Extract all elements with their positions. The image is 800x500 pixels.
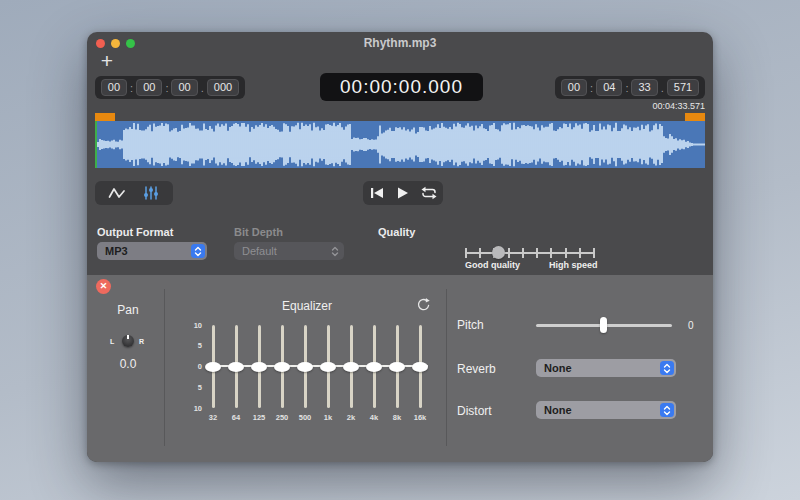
pitch-slider-knob[interactable] <box>600 317 607 333</box>
waveform-view[interactable] <box>95 113 705 168</box>
distort-label: Distort <box>457 404 492 418</box>
quality-tick <box>565 248 567 258</box>
equalizer-reset-button[interactable] <box>416 298 431 313</box>
titlebar[interactable]: Rhythm.mp3 <box>87 32 713 52</box>
app-window: Rhythm.mp3 + 00 : 00 : 00 . 000 00:00:00… <box>87 32 713 462</box>
waveform-view-button[interactable] <box>105 181 129 205</box>
eq-band-label: 16k <box>409 413 431 422</box>
pitch-label: Pitch <box>457 318 484 332</box>
eq-band-label: 1k <box>317 413 339 422</box>
eq-slider-knob[interactable] <box>412 362 428 372</box>
bit-depth-label: Bit Depth <box>234 226 283 238</box>
pan-left-label: L <box>110 338 114 345</box>
quality-tick <box>550 248 552 258</box>
quality-max-label: High speed <box>549 260 598 270</box>
eq-band-slider-500[interactable] <box>294 325 316 408</box>
panel-divider <box>164 289 165 446</box>
playback-controls <box>363 181 443 205</box>
eq-scale-label: 10 <box>188 404 202 413</box>
eq-scale-label: 5 <box>188 383 202 392</box>
eq-scale-label: 0 <box>188 362 202 371</box>
eq-band-label: 125 <box>248 413 270 422</box>
quality-slider[interactable] <box>465 246 595 259</box>
pitch-slider[interactable] <box>536 317 672 333</box>
eq-slider-knob[interactable] <box>366 362 382 372</box>
distort-dropdown[interactable]: None <box>536 401 676 419</box>
selection-start-time-field[interactable]: 00 : 00 : 00 . 000 <box>95 76 245 99</box>
eq-slider-knob[interactable] <box>297 362 313 372</box>
end-seconds-field[interactable]: 33 <box>631 79 657 96</box>
eq-slider-knob[interactable] <box>320 362 336 372</box>
eq-band-slider-2k[interactable] <box>340 325 362 408</box>
bit-depth-value: Default <box>242 242 277 260</box>
desktop-background: Rhythm.mp3 + 00 : 00 : 00 . 000 00:00:00… <box>0 0 800 500</box>
eq-band-slider-250[interactable] <box>271 325 293 408</box>
close-panel-button[interactable]: ✕ <box>96 279 111 294</box>
dropdown-stepper-icon <box>660 403 674 417</box>
add-file-button[interactable]: + <box>96 50 118 72</box>
loop-button[interactable] <box>417 181 441 205</box>
eq-band-label: 64 <box>225 413 247 422</box>
bit-depth-dropdown: Default <box>234 242 344 260</box>
eq-band-label: 4k <box>363 413 385 422</box>
eq-scale-label: 10 <box>188 321 202 330</box>
trim-start-handle[interactable] <box>95 113 115 121</box>
eq-slider-knob[interactable] <box>205 362 221 372</box>
eq-slider-knob[interactable] <box>343 362 359 372</box>
current-time-display: 00:00:00.000 <box>320 73 483 101</box>
equalizer-title: Equalizer <box>237 299 377 313</box>
eq-band-slider-8k[interactable] <box>386 325 408 408</box>
selection-end-time-field[interactable]: 00 : 04 : 33 . 571 <box>555 76 705 99</box>
start-hours-field[interactable]: 00 <box>101 79 127 96</box>
output-format-label: Output Format <box>97 226 173 238</box>
pan-knob[interactable] <box>122 335 134 347</box>
eq-band-slider-125[interactable] <box>248 325 270 408</box>
eq-band-slider-4k[interactable] <box>363 325 385 408</box>
eq-band-slider-16k[interactable] <box>409 325 431 408</box>
play-button[interactable] <box>391 181 415 205</box>
pan-label: Pan <box>115 303 141 317</box>
eq-band-label: 32 <box>202 413 224 422</box>
distort-value: None <box>544 401 572 419</box>
effects-view-button[interactable] <box>139 181 163 205</box>
time-separator: : <box>625 82 628 94</box>
time-separator: : <box>130 82 133 94</box>
eq-band-slider-1k[interactable] <box>317 325 339 408</box>
quality-tick <box>579 248 581 258</box>
playhead-cursor[interactable] <box>95 121 97 168</box>
end-millis-field[interactable]: 571 <box>667 79 699 96</box>
quality-slider-track <box>465 252 595 254</box>
reverb-value: None <box>544 359 572 377</box>
start-seconds-field[interactable]: 00 <box>171 79 197 96</box>
quality-tick <box>536 248 538 258</box>
eq-slider-knob[interactable] <box>251 362 267 372</box>
time-separator: . <box>201 82 204 94</box>
start-millis-field[interactable]: 000 <box>207 79 239 96</box>
output-format-value: MP3 <box>105 242 128 260</box>
output-format-dropdown[interactable]: MP3 <box>97 242 207 260</box>
waveform-canvas[interactable] <box>95 121 705 168</box>
end-minutes-field[interactable]: 04 <box>596 79 622 96</box>
play-icon <box>397 187 409 199</box>
end-hours-field[interactable]: 00 <box>561 79 587 96</box>
trim-end-handle[interactable] <box>685 113 705 121</box>
eq-band-slider-64[interactable] <box>225 325 247 408</box>
skip-to-start-icon <box>370 187 384 199</box>
reset-icon <box>416 298 431 313</box>
pan-value: 0.0 <box>115 357 141 371</box>
quality-tick <box>522 248 524 258</box>
duration-label: 00:04:33.571 <box>652 101 705 111</box>
quality-slider-knob[interactable] <box>492 246 505 259</box>
quality-tick <box>479 248 481 258</box>
reverb-dropdown[interactable]: None <box>536 359 676 377</box>
loop-icon <box>420 186 438 200</box>
time-separator: : <box>165 82 168 94</box>
skip-to-start-button[interactable] <box>365 181 389 205</box>
window-title: Rhythm.mp3 <box>87 36 713 50</box>
eq-slider-knob[interactable] <box>389 362 405 372</box>
eq-slider-knob[interactable] <box>228 362 244 372</box>
quality-min-label: Good quality <box>465 260 520 270</box>
eq-slider-knob[interactable] <box>274 362 290 372</box>
eq-band-slider-32[interactable] <box>202 325 224 408</box>
start-minutes-field[interactable]: 00 <box>136 79 162 96</box>
